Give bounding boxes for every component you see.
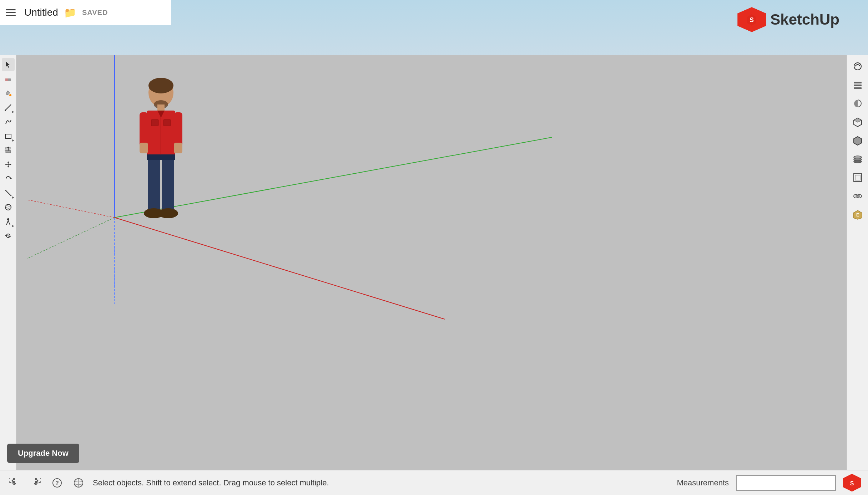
menu-button[interactable] (6, 6, 19, 19)
svg-point-66 (854, 160, 862, 163)
svg-line-55 (9, 223, 10, 225)
svg-marker-62 (854, 118, 862, 122)
svg-point-11 (148, 78, 173, 93)
svg-marker-41 (5, 164, 6, 165)
statusbar: ? Select objects. Shift to extend select… (0, 470, 868, 495)
eraser-tool[interactable] (2, 72, 15, 85)
svg-line-53 (8, 220, 9, 223)
sketchup-logo: S SketchUp (737, 7, 839, 32)
svg-rect-30 (5, 78, 8, 81)
svg-marker-15 (157, 111, 165, 118)
select-tool[interactable] (2, 58, 15, 71)
svg-rect-22 (148, 154, 160, 211)
svg-rect-21 (163, 119, 171, 126)
svg-marker-39 (7, 161, 9, 163)
svg-rect-16 (140, 112, 148, 148)
svg-rect-17 (140, 143, 148, 153)
look-around-tool[interactable] (2, 229, 15, 242)
push-pull-tool[interactable] (2, 144, 15, 157)
svg-point-10 (148, 78, 173, 107)
svg-point-33 (5, 109, 6, 111)
svg-point-12 (154, 100, 168, 109)
measurements-input[interactable] (736, 475, 836, 491)
saved-status: SAVED (82, 9, 108, 17)
svg-rect-19 (174, 143, 182, 153)
left-toolbar: ▶ ▶ ▶ ▶ (0, 55, 16, 470)
svg-text:E: E (856, 213, 859, 218)
rectangle-tool[interactable]: ▶ (2, 129, 15, 142)
svg-rect-34 (5, 134, 11, 138)
extension-panel[interactable]: E (849, 206, 866, 223)
svg-text:?: ? (55, 480, 59, 486)
model-info-panel[interactable] (849, 169, 866, 186)
document-title: Untitled (24, 7, 58, 18)
svg-line-6 (115, 137, 552, 218)
svg-line-32 (5, 104, 11, 110)
undo-button[interactable] (7, 476, 21, 490)
svg-point-51 (7, 218, 9, 220)
svg-line-7 (27, 218, 115, 259)
svg-line-8 (115, 218, 445, 319)
svg-point-31 (9, 94, 11, 96)
measurements-label: Measurements (677, 478, 729, 488)
svg-line-9 (27, 200, 115, 218)
svg-rect-23 (162, 154, 174, 211)
svg-point-26 (158, 208, 178, 218)
svg-rect-35 (6, 150, 11, 153)
svg-marker-45 (10, 177, 12, 179)
svg-marker-42 (10, 164, 11, 165)
svg-rect-18 (174, 112, 182, 148)
svg-rect-13 (157, 104, 165, 112)
svg-marker-40 (7, 166, 9, 168)
svg-rect-24 (147, 154, 175, 160)
rotate-tool[interactable] (2, 172, 15, 185)
svg-text:S: S (750, 16, 754, 24)
freehand-tool[interactable] (2, 115, 15, 128)
svg-rect-58 (854, 82, 862, 83)
sketchup-logo-text: SketchUp (770, 11, 839, 28)
upgrade-button[interactable]: Upgrade Now (7, 444, 79, 463)
svg-rect-60 (854, 87, 862, 89)
status-message: Select objects. Shift to extend select. … (93, 478, 670, 488)
line-tool[interactable]: ▶ (2, 101, 15, 114)
svg-text:S: S (850, 480, 854, 486)
right-toolbar: E (847, 55, 868, 470)
titlebar: Untitled 📁 SAVED (0, 0, 171, 25)
vr-panel[interactable] (849, 188, 866, 204)
svg-line-54 (6, 223, 7, 225)
svg-marker-63 (854, 137, 862, 145)
sketchup-status-icon: S (843, 474, 861, 492)
help-button[interactable]: ? (50, 476, 64, 490)
layers-panel[interactable] (849, 151, 866, 167)
svg-rect-14 (147, 111, 175, 157)
scenes-panel[interactable] (849, 77, 866, 93)
svg-rect-68 (855, 175, 860, 180)
svg-line-46 (5, 190, 11, 196)
redo-button[interactable] (29, 476, 43, 490)
sketchup-logo-icon: S (737, 7, 766, 32)
svg-rect-71 (856, 195, 859, 197)
svg-marker-28 (6, 61, 10, 68)
earth-button[interactable] (71, 476, 86, 490)
styles-panel[interactable] (849, 58, 866, 75)
3d-viewport[interactable] (16, 55, 868, 470)
svg-marker-38 (7, 147, 9, 148)
paint-bucket-tool[interactable] (2, 87, 15, 99)
orbit-tool[interactable] (2, 201, 15, 214)
shadows-panel[interactable] (849, 95, 866, 112)
solid-tools-panel[interactable] (849, 132, 866, 149)
components-panel[interactable] (849, 114, 866, 130)
svg-rect-36 (5, 148, 10, 150)
svg-rect-20 (151, 119, 158, 126)
svg-point-25 (144, 208, 164, 218)
svg-rect-59 (854, 85, 862, 86)
move-tool[interactable] (2, 158, 15, 171)
walk-tool[interactable]: ▶ (2, 215, 15, 228)
tape-measure-tool[interactable]: ▶ (2, 187, 15, 199)
folder-icon[interactable]: 📁 (64, 7, 76, 19)
